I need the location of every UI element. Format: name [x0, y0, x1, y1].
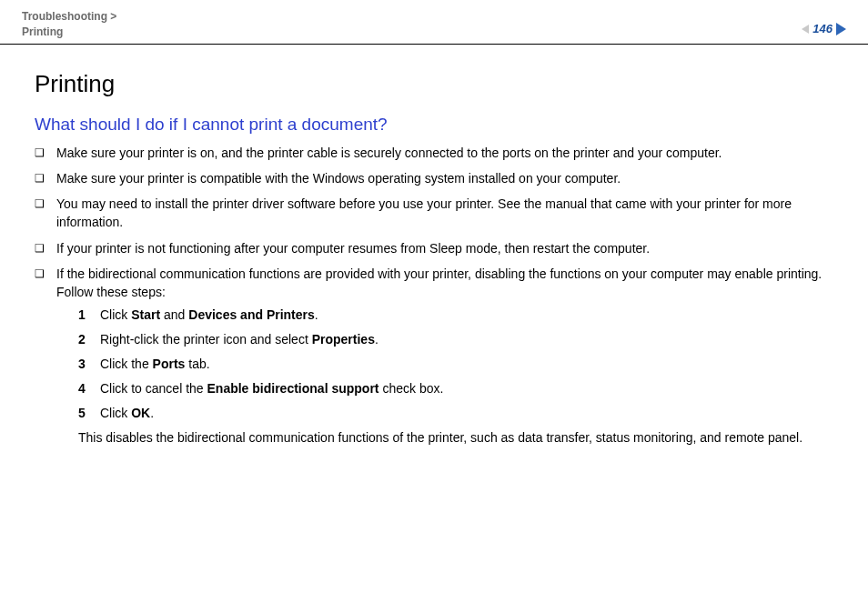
step-item: 4Click to cancel the Enable bidirectiona…	[78, 379, 833, 398]
question-heading: What should I do if I cannot print a doc…	[35, 115, 833, 135]
list-item: ❑You may need to install the printer dri…	[35, 195, 833, 232]
bullet-text-with-steps: If the bidirectional communication funct…	[56, 265, 833, 447]
breadcrumb: Troubleshooting > Printing	[22, 9, 116, 40]
step-item: 3Click the Ports tab.	[78, 355, 833, 374]
bullet-icon: ❑	[35, 144, 56, 161]
step-item: 2Right-click the printer icon and select…	[78, 330, 833, 349]
bullet-text: If your printer is not functioning after…	[56, 239, 833, 257]
bullet-list: ❑Make sure your printer is on, and the p…	[35, 144, 833, 447]
bullet-icon: ❑	[35, 239, 56, 256]
step-text: Click OK.	[100, 404, 833, 423]
steps-list: 1Click Start and Devices and Printers. 2…	[56, 306, 833, 423]
next-page-icon[interactable]	[836, 23, 846, 35]
page-title: Printing	[35, 70, 833, 98]
bullet-text: You may need to install the printer driv…	[56, 195, 833, 232]
breadcrumb-current[interactable]: Printing	[22, 25, 63, 38]
step-text: Right-click the printer icon and select …	[100, 330, 833, 349]
bullet-text: Make sure your printer is compatible wit…	[56, 169, 833, 187]
bullet-icon: ❑	[35, 169, 56, 186]
prev-page-icon[interactable]	[802, 25, 809, 34]
step-item: 5Click OK.	[78, 404, 833, 423]
bullet-icon: ❑	[35, 195, 56, 212]
step-number: 5	[78, 404, 100, 423]
after-steps-text: This disables the bidirectional communic…	[56, 428, 833, 447]
breadcrumb-sep: >	[110, 10, 116, 23]
step-number: 4	[78, 379, 100, 398]
bullet-text: If the bidirectional communication funct…	[56, 266, 822, 299]
content: Printing What should I do if I cannot pr…	[22, 45, 846, 447]
breadcrumb-parent[interactable]: Troubleshooting	[22, 10, 107, 23]
list-item: ❑Make sure your printer is compatible wi…	[35, 169, 833, 187]
step-text: Click Start and Devices and Printers.	[100, 306, 833, 325]
page-number: 146	[812, 22, 833, 35]
bullet-icon: ❑	[35, 265, 56, 282]
step-number: 2	[78, 330, 100, 349]
step-item: 1Click Start and Devices and Printers.	[78, 306, 833, 325]
page-nav: 146	[802, 22, 846, 35]
step-number: 1	[78, 306, 100, 325]
step-number: 3	[78, 355, 100, 374]
page-header: Troubleshooting > Printing 146	[22, 9, 846, 44]
list-item: ❑Make sure your printer is on, and the p…	[35, 144, 833, 162]
bullet-text: Make sure your printer is on, and the pr…	[56, 144, 833, 162]
list-item: ❑If your printer is not functioning afte…	[35, 239, 833, 257]
step-text: Click to cancel the Enable bidirectional…	[100, 379, 833, 398]
list-item: ❑ If the bidirectional communication fun…	[35, 265, 833, 447]
document-page: Troubleshooting > Printing 146 Printing …	[0, 0, 868, 613]
step-text: Click the Ports tab.	[100, 355, 833, 374]
